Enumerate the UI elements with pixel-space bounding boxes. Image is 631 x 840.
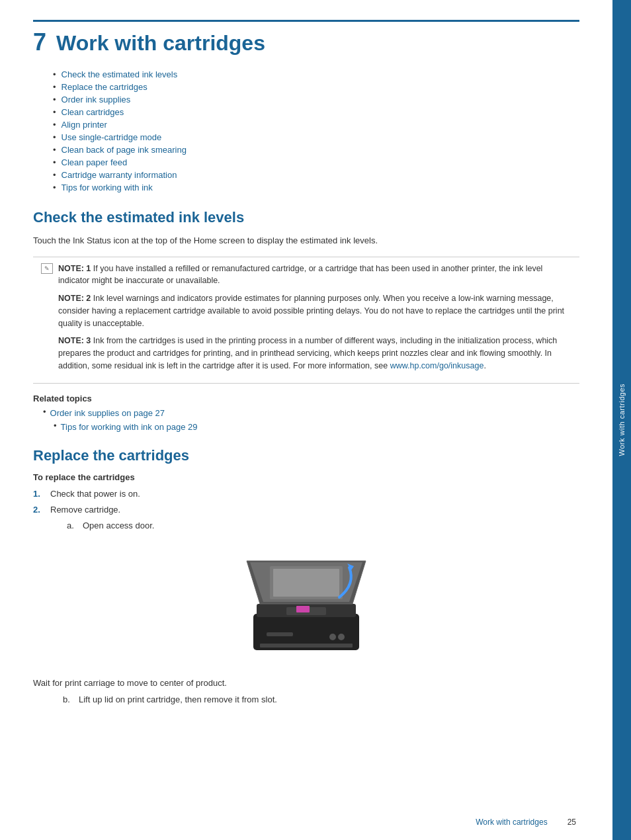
step-b-text: Lift up lid on print cartridge, then rem…: [79, 693, 277, 706]
toc-item: Clean back of page ink smearing: [53, 145, 579, 155]
printer-image-container: [233, 548, 379, 667]
note-1-label: NOTE: 1: [58, 264, 91, 273]
related-item-1: Order ink supplies on page 27: [43, 407, 579, 420]
check-ink-title: Check the estimated ink levels: [33, 209, 579, 226]
toc-item: Clean cartridges: [53, 107, 579, 117]
toc-link-clean[interactable]: Clean cartridges: [62, 107, 124, 117]
toc-link-clean-back[interactable]: Clean back of page ink smearing: [62, 145, 187, 155]
toc-link-warranty[interactable]: Cartridge warranty information: [62, 170, 177, 180]
chapter-number: 7: [33, 28, 46, 56]
step-b-num: b.: [63, 693, 73, 706]
footer: Work with cartridges 25: [476, 818, 576, 827]
replace-title: Replace the cartridges: [33, 447, 579, 464]
toc-link-replace[interactable]: Replace the cartridges: [62, 82, 147, 92]
related-link-tips[interactable]: Tips for working with ink on page 29: [61, 421, 198, 434]
step-2-text: Remove cartridge.: [50, 505, 120, 515]
note-1-content: If you have installed a refilled or rema…: [58, 264, 542, 286]
note-2: NOTE: 2 Ink level warnings and indicator…: [41, 292, 571, 329]
svg-point-9: [329, 634, 336, 640]
toc-item: Replace the cartridges: [53, 82, 579, 92]
note-2-label: NOTE: 2: [58, 294, 91, 303]
sidebar-tab-label: Work with cartridges: [618, 384, 626, 456]
toc-item: Use single-cartridge mode: [53, 132, 579, 142]
footer-page-number: 25: [568, 818, 576, 827]
step-2: 2. Remove cartridge. a. Open access door…: [33, 503, 579, 534]
toc-link-align[interactable]: Align printer: [62, 120, 107, 130]
related-link-order[interactable]: Order ink supplies on page 27: [50, 407, 165, 420]
toc-link-tips[interactable]: Tips for working with ink: [62, 183, 153, 192]
sidebar-tab: Work with cartridges: [612, 0, 631, 840]
check-ink-section: Check the estimated ink levels Touch the…: [33, 209, 579, 434]
toc-link-order[interactable]: Order ink supplies: [62, 95, 131, 105]
chapter-title: Work with cartridges: [56, 31, 265, 55]
replace-section: Replace the cartridges To replace the ca…: [33, 447, 579, 706]
note-3-label: NOTE: 3: [58, 336, 91, 345]
toc-item: Check the estimated ink levels: [53, 69, 579, 79]
step-2-num: 2.: [33, 503, 46, 517]
wait-text: Wait for print carriage to move to cente…: [33, 677, 579, 690]
toc-link-single[interactable]: Use single-cartridge mode: [62, 132, 162, 142]
notes-box: NOTE: 1 If you have installed a refilled…: [33, 257, 579, 384]
note-icon-1: [41, 263, 53, 274]
sub-step-a-num: a.: [67, 519, 77, 532]
svg-rect-8: [296, 606, 310, 612]
svg-rect-12: [260, 644, 353, 648]
related-item-2: Tips for working with ink on page 29: [43, 421, 579, 434]
note-3: NOTE: 3 Ink from the cartridges is used …: [41, 335, 571, 372]
related-list: Order ink supplies on page 27 Tips for w…: [43, 407, 579, 434]
step-2-content: Remove cartridge. a. Open access door.: [50, 503, 154, 534]
svg-point-10: [338, 634, 345, 640]
step-1-text: Check that power is on.: [50, 487, 140, 501]
toc-item: Order ink supplies: [53, 95, 579, 105]
main-content: 7Work with cartridges Check the estimate…: [0, 0, 612, 840]
note-2-content: Ink level warnings and indicators provid…: [58, 294, 564, 328]
footer-link-text: Work with cartridges: [476, 818, 547, 827]
step-b: b. Lift up lid on print cartridge, then …: [63, 693, 579, 706]
steps-list: 1. Check that power is on. 2. Remove car…: [33, 487, 579, 535]
sub-step-a: a. Open access door.: [67, 519, 154, 532]
step-b-list: b. Lift up lid on print cartridge, then …: [63, 693, 579, 706]
inkusage-link[interactable]: www.hp.com/go/inkusage: [390, 361, 484, 370]
toc-item: Tips for working with ink: [53, 183, 579, 192]
step-1: 1. Check that power is on.: [33, 487, 579, 501]
toc-link-clean-feed[interactable]: Clean paper feed: [62, 157, 128, 167]
toc-link-check-ink[interactable]: Check the estimated ink levels: [62, 69, 178, 79]
chapter-header: 7Work with cartridges: [33, 20, 579, 56]
note-1: NOTE: 1 If you have installed a refilled…: [41, 263, 571, 288]
procedure-title: To replace the cartridges: [33, 472, 579, 482]
toc-item: Clean paper feed: [53, 157, 579, 167]
toc-item: Align printer: [53, 120, 579, 130]
note-1-text: NOTE: 1 If you have installed a refilled…: [58, 263, 571, 288]
toc-item: Cartridge warranty information: [53, 170, 579, 180]
page-container: 7Work with cartridges Check the estimate…: [0, 0, 631, 840]
check-ink-intro: Touch the Ink Status icon at the top of …: [33, 234, 579, 247]
sub-step-a-text: Open access door.: [83, 519, 154, 532]
related-topics: Related topics Order ink supplies on pag…: [33, 390, 579, 434]
step-1-num: 1.: [33, 487, 46, 501]
related-topics-label: Related topics: [33, 394, 579, 403]
sub-steps: a. Open access door.: [67, 519, 154, 532]
printer-illustration: [233, 548, 379, 667]
svg-rect-5: [273, 569, 339, 597]
toc-list: Check the estimated ink levels Replace t…: [53, 69, 579, 192]
svg-rect-11: [267, 632, 293, 636]
